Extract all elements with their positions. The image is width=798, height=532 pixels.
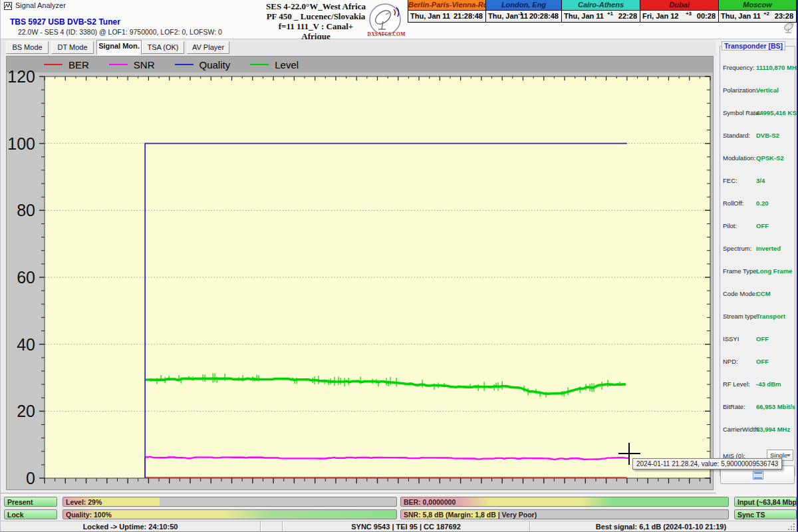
clock-time: 22:28 [618,12,637,20]
transponder-field-label: Symbol Rate: [723,109,761,116]
transponder-field-value: DVB-S2 [756,132,779,139]
sync-meter-label: Sync TS [737,511,765,519]
statusbar-spacer [261,521,283,532]
transponder-field-label: Modulation: [723,154,755,162]
tab-bs-mode[interactable]: BS Mode [6,41,49,54]
note-line: SES 4-22.0°W_West Africa [265,1,366,11]
transponder-field-label: RF Level: [723,380,750,388]
transponder-field-label: CarrierWidth: [723,426,760,433]
snr-meter: SNR: 5,8 dB (Margin: 1,8 dB | Very Poor) [400,509,729,519]
signal-chart-panel: BERSNRQualityLevel 020406080100120 [6,56,714,490]
chevron-down-icon [787,454,791,457]
transponder-field-value: CCM [756,290,771,297]
y-axis-label: 20 [17,402,35,420]
clock-time-row: Fri, Jan 12+300:28 [640,11,718,22]
clock-cairo-athens: Cairo-AthensThu, Jan 11+122:28 [561,0,640,23]
transponder-field-value: 53,994 MHz [756,426,790,433]
lock-meter-label: Lock [7,511,24,519]
transponder-field-value: Long Frame [756,267,792,275]
transponder-field-label: NPD: [723,358,738,365]
quality-meter-label: Quality: 100% [66,511,112,519]
transponder-field-value: 3/4 [756,177,765,184]
tuner-details: 22.0W - SES 4 (ID: 3380) @ LOF1: 9750000… [18,28,222,36]
clock-date: Fri, Jan 12 [642,12,678,20]
input-meter-label: Input (~63,84 Mbps) [737,498,797,506]
clock-moscow: MoscowThu, Jan 11+223:28 [718,0,797,23]
transponder-field-label: Pilot: [723,222,737,229]
ber-meter: BER: 0,0000000 [400,497,729,507]
transponder-field-label: Standard: [723,132,750,139]
present-meter: Present [4,497,57,507]
ber-meter-label: BER: 0,0000000 [404,498,456,506]
signal-chart-plot[interactable]: 020406080100120 [7,57,714,491]
window-resize-grip[interactable] [787,523,795,531]
transponder-field-value: Inverted [756,245,781,252]
level-meter: Level: 29% [63,497,397,507]
signal-analyzer-window: Signal Analyzer TBS 5927 USB DVB-S2 Tune… [0,0,798,532]
y-axis-label: 120 [7,67,35,86]
chart-value-tooltip: 2024-01-11 21.28.24, value: 5,9000000953… [632,458,782,469]
statusbar-uptime: Locked -> Uptime: 24:10:50 [1,521,261,532]
clock-city-label: Cairo-Athens [562,0,640,11]
transponder-field-value: OFF [756,358,769,365]
transponder-field-label: ISSYI [723,335,739,342]
input-meter: Input (~63,84 Mbps) [734,497,797,507]
clock-date: Thu, Jan 11 [410,12,450,20]
divider [1,493,797,495]
transponder-field-value: OFF [756,335,769,342]
transponder-field-value: OFF [756,222,769,229]
quality-meter: Quality: 100% [63,509,397,519]
clock-time-row: Thu, Jan 11-120:28:48 [486,11,561,22]
note-line: PF 450 _ Lucenec/Slovakia [265,11,366,21]
clock-city-label: Moscow [719,0,796,11]
clock-berlin-paris-vienna-roma: Berlin-Paris-Vienna-RomaThu, Jan 1121:28… [408,0,485,23]
tuner-name: TBS 5927 USB DVB-S2 Tuner [10,17,120,27]
transponder-field-label: Code Mode: [723,290,757,297]
tab-signal-mon-[interactable]: Signal Mon. [96,40,142,55]
transponder-field-value: 0.20 [756,200,769,207]
lock-meter: Lock [4,509,57,519]
transponder-field-label: Frequency: [723,64,755,71]
status-bar: Locked -> Uptime: 24:10:50 SYNC 9543 | T… [1,521,797,532]
tab-av-player[interactable]: AV Player [187,41,229,54]
window-title: Signal Analyzer [15,1,66,9]
transponder-field-label: RollOff: [723,200,744,207]
clock-time: 20:28:48 [529,12,559,20]
y-axis-label: 60 [17,268,35,287]
clock-utc-offset: +1 [607,11,613,17]
transponder-field-label: Spectrum: [723,245,751,252]
y-axis-label: 0 [26,469,35,487]
y-axis-label: 40 [17,335,35,354]
clock-date: Thu, Jan 11 [564,12,604,20]
clock-time: 00:28 [697,12,716,20]
clock-utc-offset: -1 [518,11,523,17]
clock-utc-offset: +3 [686,11,692,17]
transponder-field-value: Transport [756,313,785,320]
app-icon [4,2,12,10]
tab-dt-mode[interactable]: DT Mode [51,41,94,54]
tab-tsa-ok-[interactable]: TSA (OK) [142,41,184,54]
chart-cursor-crosshair [628,443,630,465]
y-axis-label: 100 [7,134,35,153]
dxsatcs-logo: DXSATCS.COM [366,3,407,39]
transponder-field-value: -43 dBm [756,380,781,388]
stream-icon [753,471,763,479]
transponder-field-value: Vertical [756,86,779,94]
clock-dubai: DubaiFri, Jan 12+300:28 [640,0,718,23]
note-line: f=11 111_V : Canal+ Afrique [265,21,366,41]
clock-city-label: Dubai [640,0,718,11]
quality-meter-fill [63,510,396,519]
clock-time: 23:28 [775,12,793,20]
clock-date: Thu, Jan 11 [721,12,761,20]
transponder-field-label: FEC: [723,177,737,184]
present-meter-label: Present [7,498,33,506]
y-axis-label: 80 [17,201,35,219]
transponder-field-value: QPSK-S2 [756,154,784,162]
clock-london-eng: London, EngThu, Jan 11-120:28:48 [485,0,561,23]
clock-time: 21:28:48 [454,12,483,20]
world-clocks: Berlin-Paris-Vienna-RomaThu, Jan 1121:28… [408,0,797,23]
statusbar-best-signal: Best signal: 6,1 dB (2024-01-10 21:19) [530,521,792,532]
transponder-field-label: Frame Type: [723,267,758,275]
clock-utc-offset: +2 [763,11,769,17]
transponder-field-label: BitRate: [723,403,745,410]
